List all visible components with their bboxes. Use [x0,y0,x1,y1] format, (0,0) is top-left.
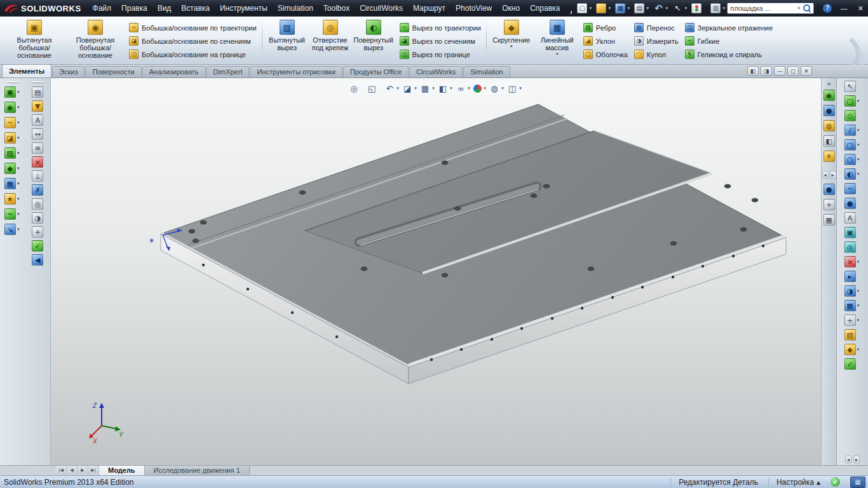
apply-scene-icon[interactable]: ◍ ▾ [489,83,505,93]
revolved-cut-button[interactable]: ◐ Повернутый вырез [351,18,397,63]
shell-button[interactable]: ▢Оболочка [580,48,631,61]
dropdown-arrow-icon[interactable]: ▾ [856,143,861,147]
menu-item[interactable]: Правка [116,0,153,17]
lofted-boss-button[interactable]: ◪Бобышка/основание по сечениям [126,34,260,48]
dropdown-arrow-icon[interactable]: ▾ [413,86,418,91]
dropdown-arrow-icon[interactable]: ▾ [500,86,505,91]
model-3d-view[interactable]: ∗ [51,78,821,465]
smart-dimension-icon[interactable]: ◇ [844,110,861,121]
pattern-icon[interactable]: ▦ ▾ [4,178,21,189]
revolve-icon[interactable]: ◉ ▾ [4,102,21,113]
arc-icon[interactable]: ◐ ▾ [844,168,861,180]
loft-icon[interactable]: ◪ ▾ [4,132,21,144]
fillet-icon[interactable]: ◆ ▾ [4,163,21,174]
options-icon[interactable]: ▥ ▾ [710,3,727,14]
scene-icon[interactable]: ◍ [824,120,835,132]
save-icon[interactable]: ▦ ▾ [614,3,632,14]
close-button[interactable]: ✕ [852,3,868,15]
dome-button[interactable]: ◠Купол [631,48,682,61]
first-tab-button[interactable]: |◀ [56,466,67,475]
dropdown-arrow-icon[interactable]: ▾ [856,348,861,352]
dof-icon[interactable]: + [824,199,835,210]
sphere-icon[interactable]: ● [824,184,835,195]
dropdown-arrow-icon[interactable]: ▾ [518,86,523,91]
search-box[interactable]: ▾ [727,3,814,14]
light-icon[interactable]: ☀ [824,151,835,162]
sketch-icon[interactable]: ▢ ▾ [844,95,861,107]
commandmanager-tab[interactable]: Инструменты отрисовки [250,66,342,78]
rectangle-icon[interactable]: ▢ ▾ [844,139,861,151]
dropdown-arrow-icon[interactable]: ▾ [16,136,21,140]
menu-item[interactable]: Файл [88,0,117,17]
boundary-boss-button[interactable]: ◫Бобышка/основание на границе [126,48,260,61]
statusbar-corner-icon[interactable]: ▦ [850,477,865,488]
flex-button[interactable]: ~Гибкие [682,34,776,48]
trim-icon[interactable]: ✗ [32,184,43,196]
menu-item[interactable]: Справка [525,0,565,17]
scroll-right-button[interactable]: ▸ [830,171,836,179]
dropdown-arrow-icon[interactable]: ▾ [431,86,436,91]
dropdown-arrow-icon[interactable]: ▾ [395,86,400,91]
dropdown-arrow-icon[interactable]: ▾ [856,158,861,162]
commandmanager-tab[interactable]: Анализировать [142,66,206,78]
revolved-boss-button[interactable]: ◉ Повернутая бобышка/основание [65,18,126,63]
helix-button[interactable]: §Геликоид и спираль [682,48,776,61]
pane-right-icon[interactable]: ◨ [761,66,772,76]
new-document-icon[interactable]: ▢ ▾ [576,3,593,14]
search-icon[interactable] [803,4,811,12]
commandmanager-tab[interactable]: DimXpert [207,66,250,78]
commandmanager-tab[interactable]: Продукты Office [343,66,409,78]
dropdown-arrow-icon[interactable]: ▾ [16,166,21,171]
linear-pattern-dropdown-icon[interactable]: ▾ [555,52,560,57]
dropdown-arrow-icon[interactable]: ▾ [482,86,487,91]
print-icon[interactable]: ▤ ▾ [634,3,651,14]
edit-appearance-icon[interactable]: ▾ [473,85,487,93]
dropdown-arrow-icon[interactable]: ▾ [16,121,21,125]
offset-entities-icon[interactable]: ◎ [844,241,861,253]
dropdown-arrow-icon[interactable]: ▾ [16,227,21,232]
rebuild-icon[interactable] [691,3,708,14]
convert-entities-icon[interactable]: ▣ [844,227,861,238]
dropdown-arrow-icon[interactable]: ▾ [721,6,726,11]
zoom-fit-icon[interactable]: ◎ [349,83,365,93]
dropdown-arrow-icon[interactable]: ▾ [449,86,454,91]
extend-entities-icon[interactable]: ▸ [844,271,861,282]
dropdown-arrow-icon[interactable]: ▾ [856,172,861,177]
menu-item[interactable]: PhotoView 360 [451,0,497,17]
relations-icon[interactable]: ⊥ [32,170,43,182]
dropdown-arrow-icon[interactable]: ▾ [856,99,861,104]
undo-icon[interactable]: ↶ ▾ [653,3,670,14]
minimize-button[interactable]: — [836,3,852,15]
dropdown-arrow-icon[interactable]: ▾ [664,6,669,11]
search-input[interactable] [730,4,796,12]
dropdown-arrow-icon[interactable]: ▾ [16,212,21,217]
lofted-cut-button[interactable]: ◪Вырез по сечениям [397,34,484,48]
customize-button[interactable]: Настройка ▴ [768,478,820,487]
commandmanager-tab[interactable]: Эскиз [52,66,85,78]
graphics-viewport[interactable]: ∗ ◎ ◱ [51,78,821,465]
dropdown-arrow-icon[interactable]: ▾ [16,151,21,156]
scroll-left-button[interactable]: ◂ [822,171,829,179]
swept-boss-button[interactable]: ~Бобышка/основание по траектории [126,21,260,34]
prev-tab-button[interactable]: ◀ [67,466,78,475]
menu-item[interactable]: Вставка [176,0,215,17]
delete-icon[interactable]: × [32,156,43,168]
commandmanager-tab[interactable]: Simulation [463,66,510,78]
dropdown-arrow-icon[interactable]: ▾ [856,304,861,308]
select-icon[interactable]: ↖ [844,81,861,92]
zoom-area-icon[interactable]: ◱ [367,83,383,93]
extruded-boss-button[interactable]: ▣ Вытянутая бобышка/основание [4,18,65,63]
appearance-icon[interactable]: ● [824,105,835,116]
last-tab-button[interactable]: ▶| [88,466,99,475]
instant3d-icon[interactable]: ↘ ▾ [4,224,21,235]
intersect-button[interactable]: ◑Измерить [631,34,682,48]
collapse-left-icon[interactable]: ◀ [32,254,43,266]
dropdown-arrow-icon[interactable]: ▾ [856,289,861,294]
menu-item[interactable]: Маршрут [408,0,451,17]
doc-restore-button[interactable]: ◻ [787,66,799,76]
dropdown-arrow-icon[interactable]: ▾ [645,6,650,11]
toolbar-scroll-right-button[interactable]: ▸ [853,456,860,463]
mirror-icon[interactable]: ◑ [32,212,43,224]
dropdown-arrow-icon[interactable]: ▾ [856,128,861,133]
move-icon[interactable]: + [32,226,43,238]
